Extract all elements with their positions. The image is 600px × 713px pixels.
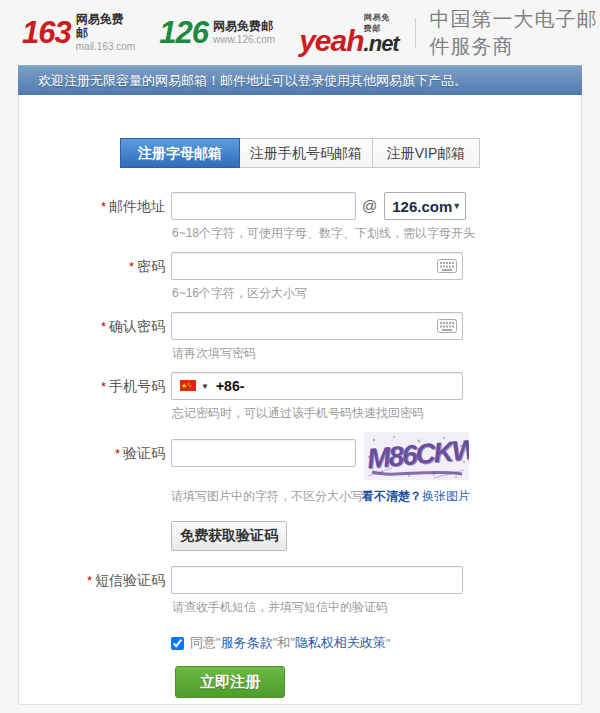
email-input[interactable] [171, 192, 356, 220]
captcha-hints: 请填写图片中的字符，不区分大小写 看不清楚？ 换张图片 [171, 488, 581, 505]
tab-vip-mailbox[interactable]: 注册VIP邮箱 [373, 138, 480, 168]
register-now-button[interactable]: 立即注册 [175, 666, 285, 698]
email-domain-value: 126.com [392, 198, 452, 215]
logo-163-number: 163 [22, 17, 71, 48]
logo-163-name: 网易免费邮 [76, 13, 135, 41]
keyboard-icon[interactable] [437, 259, 457, 277]
sms-code-row: *短信验证码 请查收手机短信，并填写短信中的验证码 [19, 566, 581, 626]
logo-yeah[interactable]: yeah 网易免费邮 .net [299, 12, 399, 54]
phone-label: *手机号码 [19, 372, 165, 432]
confirm-password-hint: 请再次填写密码 [172, 346, 463, 361]
terms-link[interactable]: 服务条款 [221, 634, 273, 652]
captcha-input[interactable] [171, 439, 356, 467]
header-divider [415, 18, 416, 48]
logo-126[interactable]: 126 网易免费邮 www.126.com [159, 17, 275, 48]
chevron-down-icon[interactable]: ▼ [201, 382, 209, 391]
header-tagline: 中国第一大电子邮件服务商 [429, 6, 600, 60]
captcha-image: M86CKW M86CKW [364, 432, 469, 484]
logo-126-domain: www.126.com [213, 34, 275, 46]
required-mark: * [101, 319, 106, 334]
email-domain-select[interactable]: 126.com ▼ [384, 192, 466, 220]
welcome-banner: 欢迎注册无限容量的网易邮箱！邮件地址可以登录使用其他网易旗下产品。 [18, 65, 582, 95]
captcha-refresh-link[interactable]: 换张图片 [422, 488, 470, 505]
password-hint: 6~16个字符，区分大小写 [172, 286, 463, 301]
password-input[interactable] [171, 252, 463, 280]
svg-text:★: ★ [189, 384, 192, 388]
confirm-password-row: *确认密码 请再次填写密码 [19, 312, 581, 372]
logo-163-domain: mail.163.com [76, 41, 135, 53]
sms-code-label: *短信验证码 [19, 566, 165, 626]
email-row: *邮件地址 @ 126.com ▼ 6~18个字符，可使用字母、数字、下划线，需… [19, 192, 581, 252]
agreement-suffix: " [386, 636, 391, 651]
required-mark: * [115, 446, 120, 461]
china-flag-icon[interactable]: ★★★ [180, 377, 196, 395]
password-row: *密码 6~16个字符，区分大小写 [19, 252, 581, 312]
captcha-row: *验证码 [19, 432, 581, 484]
phone-row: *手机号码 ★★★ ▼ +86- 忘记密码时，可以通过该手机号码快速找回密码 [19, 372, 581, 432]
confirm-password-input[interactable] [171, 312, 463, 340]
logo-yeah-brand: yeah [299, 28, 363, 54]
sms-code-hint: 请查收手机短信，并填写短信中的验证码 [172, 600, 463, 615]
agreement-prefix: 同意" [190, 634, 221, 652]
phone-hint: 忘记密码时，可以通过该手机号码快速找回密码 [172, 406, 463, 421]
get-sms-code-button[interactable]: 免费获取验证码 [171, 521, 287, 551]
register-tabs: 注册字母邮箱 注册手机号码邮箱 注册VIP邮箱 [120, 138, 581, 168]
captcha-hint: 请填写图片中的字符，不区分大小写 [171, 488, 362, 505]
logo-yeah-tld: .net [364, 34, 399, 54]
agreement-middle: "和" [273, 634, 295, 652]
tab-letter-mailbox[interactable]: 注册字母邮箱 [120, 138, 240, 168]
keyboard-icon[interactable] [437, 319, 457, 337]
register-form: *邮件地址 @ 126.com ▼ 6~18个字符，可使用字母、数字、下划线，需… [19, 192, 581, 698]
password-label: *密码 [19, 252, 165, 312]
at-symbol: @ [362, 192, 377, 220]
phone-input[interactable]: ★★★ ▼ +86- [171, 372, 463, 400]
required-mark: * [87, 573, 92, 588]
agreement-checkbox[interactable] [171, 637, 184, 650]
sms-code-input[interactable] [171, 566, 463, 594]
register-panel: 注册字母邮箱 注册手机号码邮箱 注册VIP邮箱 *邮件地址 @ 126.com … [18, 95, 582, 705]
phone-country-prefix: +86- [216, 378, 244, 394]
logo-163[interactable]: 163 网易免费邮 mail.163.com [22, 13, 135, 52]
tab-phone-mailbox[interactable]: 注册手机号码邮箱 [240, 138, 373, 168]
required-mark: * [129, 259, 134, 274]
captcha-label: *验证码 [19, 439, 165, 468]
agreement-row: 同意"服务条款"和"隐私权相关政策" [171, 634, 581, 652]
email-label: *邮件地址 [19, 192, 165, 252]
confirm-password-label: *确认密码 [19, 312, 165, 372]
logo-126-number: 126 [159, 17, 208, 48]
email-hint: 6~18个字符，可使用字母、数字、下划线，需以字母开头 [172, 226, 475, 241]
chevron-down-icon: ▼ [452, 201, 461, 211]
required-mark: * [101, 379, 106, 394]
required-mark: * [101, 199, 106, 214]
privacy-link[interactable]: 隐私权相关政策 [295, 634, 386, 652]
site-header: 163 网易免费邮 mail.163.com 126 网易免费邮 www.126… [0, 0, 600, 65]
logo-126-name: 网易免费邮 [213, 20, 275, 34]
captcha-refresh-question[interactable]: 看不清楚？ [362, 488, 422, 505]
